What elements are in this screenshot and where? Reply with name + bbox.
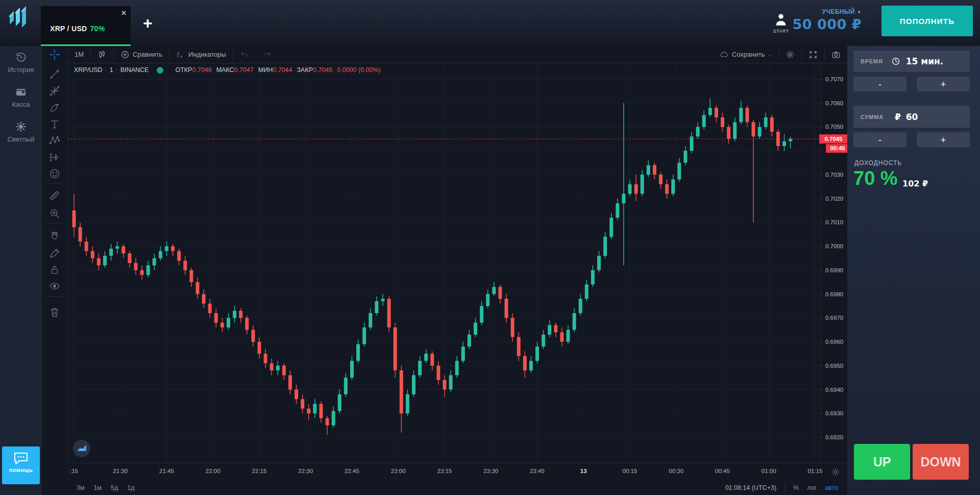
time-tick-label: 23:30 — [483, 468, 498, 474]
range-1д[interactable]: 1д — [127, 484, 134, 491]
redo-button[interactable] — [256, 46, 278, 63]
candlestick-chart[interactable]: XRP/USD ·1· BINANCE ОТКР0.7046 МАКС0.704… — [68, 63, 820, 463]
ruler-tool[interactable] — [49, 190, 61, 202]
draw-lock-tool[interactable] — [49, 248, 61, 260]
clock-label: 01:08:14 (UTC+3) — [725, 484, 776, 491]
time-selector[interactable]: ВРЕМЯ 15 мин. — [853, 51, 970, 72]
add-tab-button[interactable]: + — [143, 15, 153, 31]
payout-percent: 70 % — [853, 168, 898, 190]
payout-amount: 102 ₽ — [902, 179, 928, 188]
legend-change: 0.0000 (0.00%) — [337, 66, 380, 74]
brush-tool[interactable] — [49, 102, 61, 114]
time-tick-label: 21:30 — [113, 468, 128, 474]
tab-close-icon[interactable]: ✕ — [121, 9, 127, 17]
price-tick — [821, 437, 823, 438]
interval-button[interactable]: 1М — [68, 46, 90, 63]
chevron-down-icon: ▼ — [857, 10, 862, 15]
snapshot-button[interactable] — [825, 46, 847, 63]
price-tick — [821, 199, 823, 199]
range-1м[interactable]: 1м — [94, 484, 102, 491]
price-tick — [821, 318, 823, 318]
clock-icon — [891, 57, 901, 66]
up-button[interactable]: UP — [854, 444, 910, 480]
time-tick-label: 22:45 — [345, 468, 359, 474]
gann-tool[interactable] — [49, 85, 61, 98]
price-axis[interactable]: 0.7045 00:45 0.70700.70600.70500.70300.7… — [820, 63, 847, 463]
chat-icon — [13, 452, 29, 465]
amount-plus-button[interactable]: + — [917, 132, 970, 147]
legend-high: 0.7047 — [234, 66, 254, 74]
trash-tool[interactable] — [49, 307, 61, 319]
price-tick — [821, 390, 823, 390]
sidebar-item-cashier[interactable]: Касса — [0, 81, 42, 115]
time-tick-label: 23:45 — [530, 468, 545, 474]
undo-button[interactable] — [233, 46, 256, 63]
text-tool[interactable] — [49, 119, 61, 131]
time-value: 15 мин. — [906, 56, 944, 66]
ruble-icon: ₽ — [895, 112, 901, 122]
axis-settings-icon[interactable] — [831, 467, 840, 477]
forecast-tool[interactable] — [49, 152, 61, 164]
amount-minus-button[interactable]: - — [853, 132, 906, 147]
time-minus-button[interactable]: - — [853, 77, 906, 91]
time-tick-label: 01:00 — [762, 468, 776, 474]
range-switcher: 3м1м5д1д — [77, 484, 135, 491]
tab-xrp-usd[interactable]: XRP / USD70% ✕ — [41, 6, 131, 46]
account-type-dropdown[interactable]: УЧЕБНЫЙ ▼ — [822, 8, 862, 15]
eye-tool[interactable] — [49, 280, 61, 293]
current-price-label: 0.7045 — [819, 134, 848, 144]
price-tick-label: 0.6950 — [825, 363, 843, 369]
lock-tool[interactable] — [49, 264, 61, 276]
indicators-button[interactable]: fxИндикаторы — [169, 46, 233, 63]
price-tick-label: 0.6930 — [825, 410, 843, 416]
time-tick-label: 23:00 — [391, 468, 406, 474]
history-icon — [15, 56, 27, 65]
sidebar-item-theme[interactable]: Светлый — [0, 115, 42, 150]
deposit-button[interactable]: ПОПОЛНИТЬ — [881, 6, 973, 36]
log-scale-toggle[interactable]: лог — [807, 484, 817, 491]
zoom-in-tool[interactable] — [49, 208, 61, 220]
time-tick-label: 22:30 — [298, 468, 313, 474]
auto-scale-toggle[interactable]: авто — [825, 484, 838, 491]
account-menu[interactable]: START УЧЕБНЫЙ ▼ 50 000 ₽ — [770, 11, 862, 40]
price-tick — [821, 175, 823, 175]
time-axis[interactable]: :1521:3021:4522:0022:1522:3022:4523:0023… — [68, 463, 847, 480]
top-bar: XRP / USD70% ✕ + START УЧЕБНЫЙ ▼ 50 000 … — [0, 0, 980, 46]
svg-text:f: f — [177, 52, 179, 57]
undo-icon — [240, 50, 249, 59]
percent-scale-toggle[interactable]: % — [793, 484, 799, 491]
help-label: помощь — [2, 467, 40, 473]
help-button[interactable]: помощь — [2, 446, 40, 484]
price-tick — [821, 79, 823, 80]
price-tick-label: 0.7070 — [825, 76, 843, 82]
trend-line-tool[interactable] — [49, 68, 61, 81]
fullscreen-button[interactable] — [802, 46, 824, 63]
chart-settings-button[interactable] — [779, 46, 801, 63]
compare-button[interactable]: Сравнить — [114, 46, 169, 63]
price-tick-label: 0.7020 — [825, 196, 843, 202]
toolbar-divider — [47, 183, 63, 183]
sidebar-item-label: Светлый — [0, 135, 42, 143]
emoji-tool[interactable] — [49, 168, 61, 180]
price-tick — [821, 127, 823, 127]
chart-type-button[interactable] — [73, 440, 90, 457]
fx-icon: fx — [176, 50, 185, 59]
save-layout-button[interactable]: Сохранить⌄ — [713, 46, 778, 63]
svg-text:x: x — [180, 54, 182, 59]
amount-input[interactable]: СУММА ₽ 60 — [853, 106, 970, 128]
price-tick-label: 0.7000 — [825, 243, 843, 249]
down-button[interactable]: DOWN — [913, 444, 969, 480]
pattern-tool[interactable] — [49, 135, 61, 147]
range-3м[interactable]: 3м — [77, 484, 85, 491]
time-plus-button[interactable]: + — [917, 77, 970, 91]
magnet-tool[interactable] — [49, 231, 61, 243]
time-tick-label: 22:00 — [206, 468, 220, 474]
chart-style-button[interactable] — [91, 46, 113, 63]
price-tick-label: 0.7060 — [825, 100, 843, 106]
area-chart-icon — [77, 443, 87, 454]
sidebar-item-history[interactable]: История — [0, 46, 42, 81]
time-tick-label: 22:15 — [252, 468, 267, 474]
price-tick-label: 0.7010 — [825, 219, 843, 225]
range-5д[interactable]: 5д — [111, 484, 118, 491]
crosshair-tool[interactable] — [49, 49, 61, 61]
